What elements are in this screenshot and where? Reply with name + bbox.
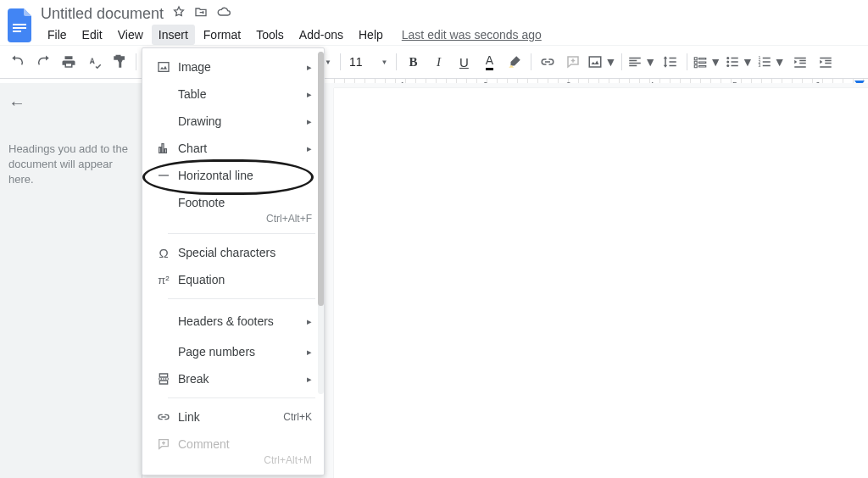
svg-rect-11 — [159, 175, 169, 175]
insert-break[interactable]: Break▸ — [142, 365, 324, 392]
chevron-right-icon: ▸ — [307, 374, 312, 385]
redo-button[interactable] — [32, 51, 54, 73]
title-bar: Untitled document File Edit View Insert … — [0, 0, 868, 45]
chevron-right-icon: ▸ — [307, 316, 312, 327]
insert-chart[interactable]: Chart▸ — [142, 135, 324, 162]
chevron-right-icon: ▸ — [307, 143, 312, 154]
spellcheck-button[interactable] — [83, 51, 105, 73]
text-color-button[interactable]: A — [478, 51, 500, 73]
cloud-status-icon[interactable] — [216, 5, 231, 23]
page[interactable] — [334, 88, 868, 478]
chevron-right-icon: ▸ — [307, 347, 312, 358]
menu-bar: File Edit View Insert Format Tools Add-o… — [41, 25, 542, 45]
horizontal-line-icon — [154, 169, 173, 182]
page-break-icon — [154, 372, 173, 386]
increase-indent-button[interactable] — [815, 51, 837, 73]
insert-drawing[interactable]: Drawing▸ — [142, 108, 324, 135]
toolbar: ▼ 11▼ B I U A ▼ ▼ ▼ ▼ 123▼ — [0, 45, 868, 79]
svg-rect-3 — [590, 57, 602, 67]
svg-point-5 — [726, 61, 729, 64]
last-edit-link[interactable]: Last edit was seconds ago — [402, 28, 542, 42]
svg-rect-1 — [13, 27, 26, 29]
insert-footnote[interactable]: Footnote — [142, 189, 324, 216]
star-icon[interactable] — [172, 5, 186, 23]
bulleted-list-button[interactable]: ▼ — [725, 51, 754, 73]
print-button[interactable] — [58, 51, 80, 73]
chevron-right-icon: ▸ — [307, 89, 312, 100]
svg-text:3: 3 — [758, 63, 760, 68]
menu-format[interactable]: Format — [197, 25, 248, 45]
font-size-dropdown[interactable]: 11▼ — [344, 51, 393, 73]
numbered-list-button[interactable]: 123▼ — [757, 51, 786, 73]
chevron-right-icon: ▸ — [307, 62, 312, 73]
insert-link-button[interactable] — [537, 51, 559, 73]
svg-point-4 — [726, 57, 729, 59]
document-title[interactable]: Untitled document — [41, 5, 164, 23]
chart-icon — [154, 142, 173, 155]
close-outline-icon[interactable]: ← — [8, 93, 133, 113]
undo-button[interactable] — [7, 51, 29, 73]
menu-file[interactable]: File — [41, 25, 74, 45]
bold-button[interactable]: B — [402, 51, 424, 73]
insert-page-numbers[interactable]: Page numbers▸ — [142, 338, 324, 365]
insert-table[interactable]: Table▸ — [142, 81, 324, 108]
checklist-button[interactable]: ▼ — [693, 51, 721, 73]
link-icon — [154, 410, 173, 424]
pi-icon: π² — [154, 274, 173, 286]
image-icon — [154, 60, 173, 74]
menu-view[interactable]: View — [111, 25, 150, 45]
insert-comment[interactable]: Comment — [142, 431, 324, 458]
insert-equation[interactable]: π² Equation — [142, 266, 324, 293]
insert-menu-dropdown: Image▸ Table▸ Drawing▸ Chart▸ Horizontal… — [142, 47, 325, 475]
menu-edit[interactable]: Edit — [75, 25, 109, 45]
insert-comment-button[interactable] — [562, 51, 584, 73]
menu-help[interactable]: Help — [352, 25, 390, 45]
insert-headers-footers[interactable]: Headers & footers▸ — [142, 304, 324, 338]
menu-insert[interactable]: Insert — [152, 25, 195, 45]
italic-button[interactable]: I — [427, 51, 449, 73]
svg-rect-0 — [13, 24, 26, 25]
comment-icon — [154, 437, 173, 451]
insert-image[interactable]: Image▸ — [142, 53, 324, 81]
insert-horizontal-line[interactable]: Horizontal line — [142, 162, 324, 189]
insert-link[interactable]: LinkCtrl+K — [142, 403, 324, 431]
svg-rect-10 — [159, 63, 169, 72]
menu-tools[interactable]: Tools — [249, 25, 291, 45]
svg-rect-2 — [13, 31, 21, 32]
align-button[interactable]: ▼ — [627, 51, 656, 73]
paint-format-button[interactable] — [108, 51, 131, 73]
highlight-color-button[interactable] — [504, 51, 526, 73]
outline-placeholder: Headings you add to the document will ap… — [8, 142, 133, 188]
insert-special-characters[interactable]: Ω Special characters — [142, 239, 324, 266]
docs-logo-icon[interactable] — [5, 6, 36, 45]
svg-point-6 — [726, 64, 729, 67]
outline-sidebar: ← Headings you add to the document will … — [0, 83, 142, 478]
underline-button[interactable]: U — [453, 51, 475, 73]
omega-icon: Ω — [154, 246, 173, 260]
insert-image-button[interactable]: ▼ — [587, 51, 616, 73]
menu-addons[interactable]: Add-ons — [292, 25, 350, 45]
line-spacing-button[interactable] — [659, 51, 682, 73]
decrease-indent-button[interactable] — [789, 51, 811, 73]
move-icon[interactable] — [194, 5, 208, 23]
chevron-right-icon: ▸ — [307, 116, 312, 127]
